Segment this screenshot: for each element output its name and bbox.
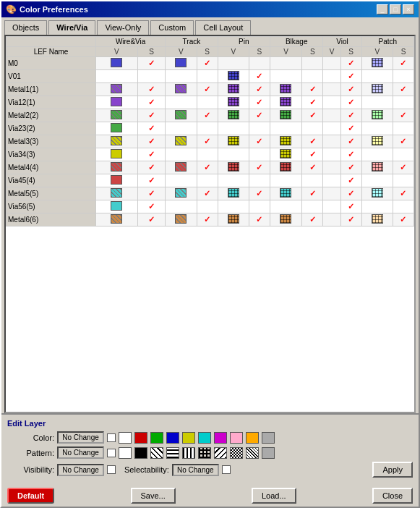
tab-wirvia[interactable]: Wire/Via — [48, 20, 95, 35]
blkage-color-cell[interactable] — [270, 174, 301, 187]
wireia-color-cell[interactable] — [96, 122, 138, 135]
wireia-color-cell[interactable] — [96, 83, 138, 96]
patch-color-cell[interactable] — [361, 187, 393, 200]
track-color-cell[interactable] — [166, 200, 197, 213]
minimize-button[interactable]: _ — [377, 4, 388, 14]
wireia-color-cell[interactable] — [96, 96, 138, 109]
patch-color-cell[interactable] — [361, 109, 393, 122]
patch-color-cell[interactable] — [361, 70, 393, 83]
blkage-color-cell[interactable] — [270, 187, 301, 200]
wireia-color-cell[interactable] — [96, 187, 138, 200]
table-container[interactable]: Wire&Via Track Pin Blkage Viol Patch LEF… — [6, 36, 414, 412]
pattern-solid[interactable] — [134, 447, 147, 459]
load-button[interactable]: Load... — [252, 488, 296, 504]
default-button[interactable]: Default — [7, 488, 54, 504]
patch-color-cell[interactable] — [361, 96, 393, 109]
pin-color-cell[interactable] — [218, 148, 249, 161]
viol-color-cell[interactable] — [323, 213, 340, 227]
patch-color-cell[interactable] — [361, 200, 393, 213]
wireia-color-cell[interactable] — [96, 109, 138, 122]
wireia-color-cell[interactable] — [96, 161, 138, 174]
pin-color-cell[interactable] — [218, 187, 249, 200]
viol-color-cell[interactable] — [323, 200, 340, 213]
pattern-check[interactable] — [230, 447, 243, 459]
viol-color-cell[interactable] — [323, 161, 340, 174]
track-color-cell[interactable] — [166, 135, 197, 148]
patch-color-cell[interactable] — [361, 213, 393, 227]
track-color-cell[interactable] — [166, 109, 197, 122]
pin-color-cell[interactable] — [218, 57, 249, 70]
pin-color-cell[interactable] — [218, 122, 249, 135]
pin-color-cell[interactable] — [218, 109, 249, 122]
blkage-color-cell[interactable] — [270, 109, 301, 122]
selectability-no-change[interactable]: No Change — [172, 464, 219, 476]
track-color-cell[interactable] — [166, 122, 197, 135]
tab-celllayout[interactable]: Cell Layout — [195, 20, 251, 35]
pattern-vert[interactable] — [182, 447, 195, 459]
color-checkbox[interactable] — [107, 433, 116, 442]
viol-color-cell[interactable] — [323, 109, 340, 122]
color-no-change[interactable]: No Change — [57, 431, 104, 444]
color-magenta[interactable] — [214, 432, 227, 444]
color-orange[interactable] — [246, 432, 259, 444]
viol-color-cell[interactable] — [323, 187, 340, 200]
track-color-cell[interactable] — [166, 161, 197, 174]
color-pink[interactable] — [230, 432, 243, 444]
wireia-color-cell[interactable] — [96, 200, 138, 213]
pattern-cross[interactable] — [198, 447, 211, 459]
selectability-checkbox[interactable] — [222, 465, 231, 474]
blkage-color-cell[interactable] — [270, 148, 301, 161]
pattern-checkbox[interactable] — [107, 449, 116, 457]
viol-color-cell[interactable] — [323, 174, 340, 187]
pin-color-cell[interactable] — [218, 70, 249, 83]
blkage-color-cell[interactable] — [270, 70, 301, 83]
blkage-color-cell[interactable] — [270, 122, 301, 135]
wireia-color-cell[interactable] — [96, 148, 138, 161]
blkage-color-cell[interactable] — [270, 161, 301, 174]
patch-color-cell[interactable] — [361, 174, 393, 187]
patch-color-cell[interactable] — [361, 161, 393, 174]
tab-custom[interactable]: Custom — [150, 20, 194, 35]
close-button-bottom[interactable]: Close — [372, 488, 413, 504]
wireia-color-cell[interactable] — [96, 213, 138, 227]
blkage-color-cell[interactable] — [270, 200, 301, 213]
pattern-no-change[interactable]: No Change — [57, 446, 104, 459]
viol-color-cell[interactable] — [323, 148, 340, 161]
patch-color-cell[interactable] — [361, 135, 393, 148]
wireia-color-cell[interactable] — [96, 174, 138, 187]
pattern-horiz[interactable] — [166, 447, 179, 459]
patch-color-cell[interactable] — [361, 122, 393, 135]
track-color-cell[interactable] — [166, 70, 197, 83]
patch-color-cell[interactable] — [361, 57, 393, 70]
maximize-button[interactable]: □ — [390, 4, 401, 14]
pin-color-cell[interactable] — [218, 174, 249, 187]
patch-color-cell[interactable] — [361, 83, 393, 96]
color-blue[interactable] — [166, 432, 179, 444]
viol-color-cell[interactable] — [323, 96, 340, 109]
save-button[interactable]: Save... — [131, 488, 176, 504]
pattern-diag2[interactable] — [214, 447, 227, 459]
color-green[interactable] — [150, 432, 163, 444]
viol-color-cell[interactable] — [323, 57, 340, 70]
wireia-color-cell[interactable] — [96, 57, 138, 70]
blkage-color-cell[interactable] — [270, 96, 301, 109]
pattern-dense[interactable] — [246, 447, 259, 459]
close-button[interactable]: × — [403, 4, 414, 14]
blkage-color-cell[interactable] — [270, 135, 301, 148]
track-color-cell[interactable] — [166, 57, 197, 70]
pin-color-cell[interactable] — [218, 83, 249, 96]
color-red[interactable] — [134, 432, 147, 444]
viol-color-cell[interactable] — [323, 83, 340, 96]
pattern-gray[interactable] — [262, 447, 275, 459]
pattern-diag1[interactable] — [150, 447, 163, 459]
visibility-checkbox[interactable] — [107, 465, 116, 474]
blkage-color-cell[interactable] — [270, 57, 301, 70]
track-color-cell[interactable] — [166, 83, 197, 96]
track-color-cell[interactable] — [166, 148, 197, 161]
viol-color-cell[interactable] — [323, 122, 340, 135]
track-color-cell[interactable] — [166, 187, 197, 200]
pin-color-cell[interactable] — [218, 135, 249, 148]
track-color-cell[interactable] — [166, 213, 197, 227]
viol-color-cell[interactable] — [323, 135, 340, 148]
visibility-no-change[interactable]: No Change — [57, 464, 104, 476]
